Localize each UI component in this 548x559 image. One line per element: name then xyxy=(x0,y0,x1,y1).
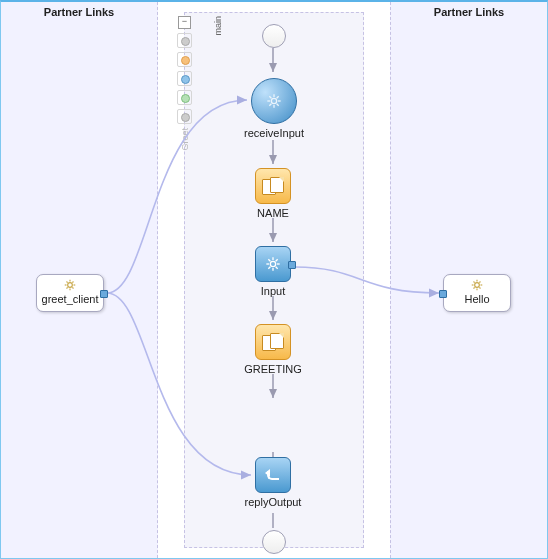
palette-item[interactable] xyxy=(177,52,192,67)
svg-line-24 xyxy=(276,259,278,261)
svg-line-39 xyxy=(474,282,475,283)
receive-input-node[interactable]: receiveInput xyxy=(251,78,297,124)
partner-left-label: greet_client xyxy=(37,293,103,305)
right-panel-title: Partner Links xyxy=(391,6,547,18)
svg-line-32 xyxy=(67,287,68,288)
palette-item[interactable] xyxy=(177,33,192,48)
svg-line-14 xyxy=(269,104,271,106)
svg-line-15 xyxy=(277,96,279,98)
svg-line-30 xyxy=(67,282,68,283)
partner-right-port[interactable] xyxy=(439,290,447,298)
assign-name-node[interactable]: NAME xyxy=(255,168,291,204)
receive-label: receiveInput xyxy=(244,127,304,139)
gear-icon xyxy=(63,278,77,292)
palette-greet-label: Greet xyxy=(180,128,190,151)
bpel-canvas: Partner Links Partner Links − Greet main xyxy=(0,0,548,559)
svg-point-34 xyxy=(475,283,480,288)
svg-line-31 xyxy=(72,287,73,288)
gear-icon xyxy=(265,256,281,272)
palette-main-label: main xyxy=(213,16,223,36)
assign-icon xyxy=(255,324,291,360)
end-circle-icon xyxy=(262,530,286,554)
collapse-toggle[interactable]: − xyxy=(178,16,191,29)
invoke-out-port[interactable] xyxy=(288,261,296,269)
reply-output-label: replyOutput xyxy=(245,496,302,508)
svg-line-33 xyxy=(72,282,73,283)
svg-line-41 xyxy=(474,287,475,288)
svg-point-25 xyxy=(68,283,73,288)
svg-line-12 xyxy=(269,96,271,98)
reply-output-node[interactable]: replyOutput xyxy=(255,457,291,493)
reply-arrow-icon xyxy=(265,467,281,483)
left-panel-title: Partner Links xyxy=(1,6,157,18)
partner-greet-client[interactable]: greet_client xyxy=(36,274,104,312)
assign-name-label: NAME xyxy=(257,207,289,219)
svg-point-7 xyxy=(271,98,276,103)
palette-item[interactable] xyxy=(177,71,192,86)
svg-point-16 xyxy=(270,261,275,266)
invoke-input-label: Input xyxy=(261,285,285,297)
documents-icon xyxy=(262,333,284,351)
documents-icon xyxy=(262,177,284,195)
receive-icon xyxy=(251,78,297,124)
assign-greeting-node[interactable]: GREETING xyxy=(255,324,291,360)
palette-item[interactable] xyxy=(177,109,192,124)
gear-icon xyxy=(266,93,282,109)
reply-icon xyxy=(255,457,291,493)
invoke-icon xyxy=(255,246,291,282)
palette-item[interactable] xyxy=(177,90,192,105)
start-circle-icon xyxy=(262,24,286,48)
outline-palette: − Greet main xyxy=(191,16,209,151)
svg-line-40 xyxy=(479,287,480,288)
invoke-input-node[interactable]: Input xyxy=(255,246,291,282)
svg-line-13 xyxy=(277,104,279,106)
partner-hello[interactable]: Hello xyxy=(443,274,511,312)
end-node[interactable] xyxy=(262,530,286,554)
partner-right-label: Hello xyxy=(444,293,510,305)
svg-line-23 xyxy=(268,267,270,269)
svg-line-42 xyxy=(479,282,480,283)
start-node[interactable] xyxy=(262,24,286,48)
assign-greeting-label: GREETING xyxy=(244,363,301,375)
assign-icon xyxy=(255,168,291,204)
partner-left-port[interactable] xyxy=(100,290,108,298)
svg-line-22 xyxy=(276,267,278,269)
gear-icon xyxy=(470,278,484,292)
svg-line-21 xyxy=(268,259,270,261)
